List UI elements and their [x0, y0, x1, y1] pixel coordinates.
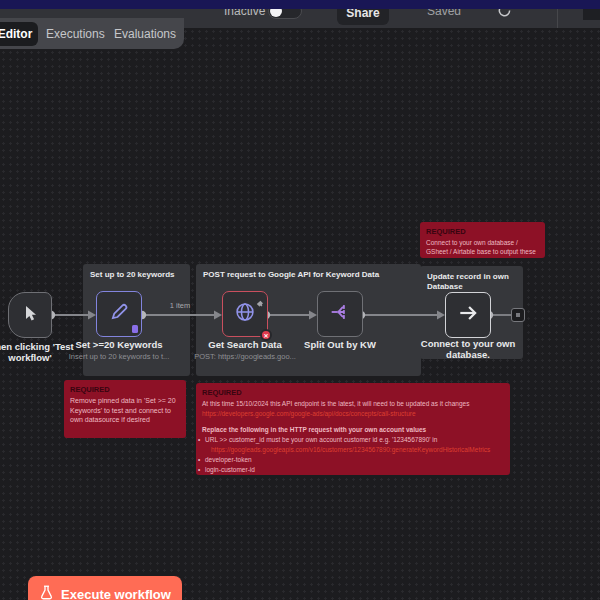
node-connect-database[interactable] [445, 292, 491, 338]
node-sublabel: Insert up to 20 keywords to t... [49, 352, 189, 361]
pinned-data-icon [132, 325, 138, 333]
connection-items-label: 1 item [158, 301, 202, 310]
node-sublabel: POST: https://googleads.goo... [175, 352, 315, 361]
pencil-icon [109, 302, 129, 326]
pin-icon [256, 294, 264, 312]
execute-workflow-button[interactable]: Execute workflow [28, 576, 182, 600]
header-divider [557, 9, 558, 28]
tab-evaluations[interactable]: Evaluations [114, 27, 176, 41]
node-label: Set >=20 Keywords [54, 340, 184, 351]
open-output-endpoint[interactable] [511, 308, 525, 322]
flask-icon [39, 585, 54, 600]
editor-tabbar: Editor Executions Evaluations [0, 18, 184, 49]
node-http-request[interactable]: ✕ [222, 291, 268, 337]
node-label: Split Out by KW [275, 340, 405, 351]
tab-editor[interactable]: Editor [0, 22, 38, 46]
endpoint-dot-icon [516, 313, 520, 317]
cursor-icon [21, 304, 39, 326]
globe-icon [234, 301, 256, 327]
node-label: Connect to your own database. [403, 339, 533, 361]
tab-executions[interactable]: Executions [46, 27, 105, 41]
arrow-right-icon [457, 302, 479, 328]
node-manual-trigger[interactable] [8, 292, 52, 338]
node-set-keywords[interactable] [96, 291, 142, 337]
execute-workflow-label: Execute workflow [61, 587, 171, 600]
node-split-out[interactable] [317, 291, 363, 337]
header-corner-button[interactable] [583, 9, 600, 20]
split-icon [330, 302, 350, 326]
connections-layer [0, 0, 600, 600]
window-top-bar [0, 0, 600, 9]
